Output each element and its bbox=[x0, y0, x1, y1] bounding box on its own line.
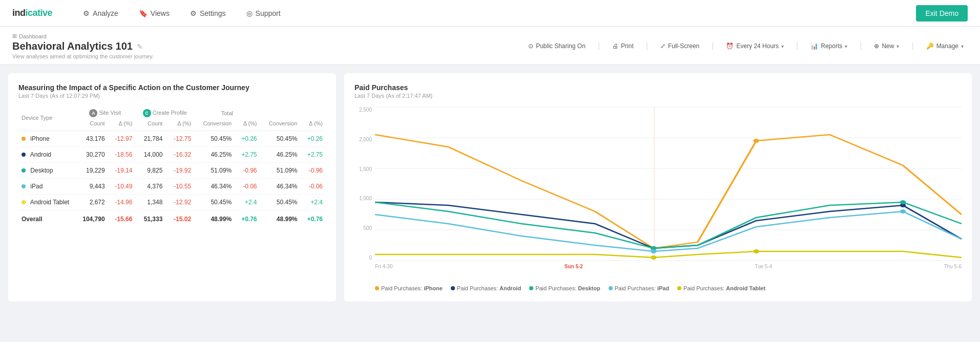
col-total-conv: Conversion bbox=[260, 118, 301, 131]
svg-point-14 bbox=[900, 209, 906, 213]
sv-delta: -10.49 bbox=[108, 179, 136, 195]
t-delta: +0.26 bbox=[235, 131, 260, 147]
y-label-2500: 2,500 bbox=[355, 107, 375, 113]
funnel-panel: Measuring the Impact of a Specific Actio… bbox=[8, 73, 336, 302]
col-total-header: Total bbox=[194, 107, 260, 118]
device-dot bbox=[22, 153, 26, 157]
overall-cp-count: 51,333 bbox=[135, 210, 165, 227]
funnel-title: Measuring the Impact of a Specific Actio… bbox=[18, 83, 326, 92]
y-label-2000: 2,000 bbox=[355, 137, 375, 142]
overall-sv-delta: -15.66 bbox=[108, 210, 136, 227]
sv-count: 19,229 bbox=[75, 163, 108, 179]
exit-demo-button[interactable]: Exit Demo bbox=[916, 5, 968, 22]
subheader: ⊞ Dashboard Behavioral Analytics 101 ✎ V… bbox=[0, 27, 980, 65]
svg-rect-6 bbox=[654, 107, 655, 261]
t-conv: 50.45% bbox=[194, 195, 235, 210]
conv: 46.34% bbox=[260, 179, 301, 195]
device-cell: Desktop bbox=[18, 163, 75, 179]
y-label-1500: 1,500 bbox=[355, 166, 375, 172]
cp-count: 4,376 bbox=[135, 179, 165, 195]
hours-button[interactable]: ⏰ Every 24 Hours ▾ bbox=[722, 40, 788, 52]
overall-conv: 48.99% bbox=[260, 210, 301, 227]
step-a-badge: A bbox=[89, 109, 97, 117]
plus-icon: ⊕ bbox=[874, 42, 879, 50]
print-button[interactable]: 🖨 Print bbox=[608, 40, 638, 52]
chevron-down-icon: ▾ bbox=[781, 44, 784, 49]
device-dot bbox=[22, 137, 26, 141]
legend-android-tablet: Paid Purchases: Android Tablet bbox=[677, 285, 765, 291]
legend-label-ipad: Paid Purchases: iPad bbox=[615, 285, 669, 291]
cp-delta: -16.32 bbox=[165, 147, 194, 163]
conv: 51.09% bbox=[260, 163, 301, 179]
sharing-button[interactable]: ⊙ Public Sharing On bbox=[524, 40, 590, 52]
chart-legend: Paid Purchases: iPhone Paid Purchases: A… bbox=[355, 285, 962, 291]
divider-1: | bbox=[598, 41, 600, 51]
nav-right: Exit Demo bbox=[916, 5, 968, 22]
chevron-down-icon-4: ▾ bbox=[961, 44, 964, 49]
dashboard-icon: ⊞ bbox=[12, 33, 17, 39]
page-title-row: Behavioral Analytics 101 ✎ bbox=[12, 40, 524, 52]
conv-delta: +2.4 bbox=[300, 195, 326, 210]
table-row: Android Tablet 2,672 -14.96 1,348 -12.92… bbox=[18, 195, 326, 210]
col-sv-delta: Δ (%) bbox=[108, 118, 136, 131]
col-conv: Conversion bbox=[194, 118, 235, 131]
support-icon: ◎ bbox=[246, 9, 253, 17]
device-cell: Android bbox=[18, 147, 75, 163]
y-axis: 2,500 2,000 1,500 1,000 500 0 bbox=[355, 107, 375, 261]
overall-label: Overall bbox=[18, 210, 75, 227]
edit-icon[interactable]: ✎ bbox=[137, 42, 143, 51]
t-delta: -0.96 bbox=[235, 163, 260, 179]
col-cp-count: Count bbox=[135, 118, 165, 131]
t-conv: 51.09% bbox=[194, 163, 235, 179]
fullscreen-button[interactable]: ⤢ Full-Screen bbox=[656, 40, 703, 52]
sv-count: 9,443 bbox=[75, 179, 108, 195]
col-conversion-total-header bbox=[260, 107, 326, 118]
cp-delta: -12.75 bbox=[165, 131, 194, 147]
overall-row: Overall 104,790 -15.66 51,333 -15.02 48.… bbox=[18, 210, 326, 227]
sv-delta: -14.96 bbox=[108, 195, 136, 210]
step-c-badge: C bbox=[143, 109, 151, 117]
legend-dot-desktop bbox=[529, 286, 533, 290]
sv-delta: -12.97 bbox=[108, 131, 136, 147]
nav-support[interactable]: ◎ Support bbox=[246, 9, 281, 17]
content-area: Measuring the Impact of a Specific Actio… bbox=[0, 65, 980, 310]
x-label-fri: Fri 4-30 bbox=[375, 264, 392, 269]
breadcrumb: ⊞ Dashboard bbox=[12, 33, 524, 39]
conv-delta: +0.26 bbox=[300, 131, 326, 147]
cp-delta: -12.92 bbox=[165, 195, 194, 210]
device-name: iPad bbox=[30, 183, 43, 190]
table-row: iPad 9,443 -10.49 4,376 -10.55 46.34% -0… bbox=[18, 179, 326, 195]
reports-button[interactable]: 📊 Reports ▾ bbox=[806, 40, 851, 52]
device-name: Android bbox=[30, 151, 51, 158]
legend-label-desktop: Paid Purchases: Desktop bbox=[535, 285, 600, 291]
x-label-tue: Tue 5-4 bbox=[755, 264, 772, 269]
chevron-down-icon-3: ▾ bbox=[896, 44, 899, 49]
cp-count: 1,348 bbox=[135, 195, 165, 210]
x-axis: Fri 4-30 Sun 5-2 Tue 5-4 Thu 5-6 bbox=[375, 261, 962, 281]
overall-sv-count: 104,790 bbox=[75, 210, 108, 227]
sv-count: 2,672 bbox=[75, 195, 108, 210]
legend-iphone: Paid Purchases: iPhone bbox=[375, 285, 443, 291]
legend-dot-android bbox=[451, 286, 455, 290]
divider-6: | bbox=[911, 41, 913, 51]
svg-point-16 bbox=[754, 249, 759, 253]
legend-ipad: Paid Purchases: iPad bbox=[609, 285, 669, 291]
device-dot bbox=[22, 184, 26, 188]
table-row: Desktop 19,229 -19.14 9,825 -19.92 51.09… bbox=[18, 163, 326, 179]
sv-count: 30,270 bbox=[75, 147, 108, 163]
manage-button[interactable]: 🔑 Manage ▾ bbox=[922, 40, 968, 52]
new-button[interactable]: ⊕ New ▾ bbox=[870, 40, 903, 52]
page-subtitle: View analyses aimed at optimizing the cu… bbox=[12, 53, 524, 59]
legend-dot-ipad bbox=[609, 286, 613, 290]
nav-views[interactable]: 🔖 Views bbox=[139, 9, 170, 17]
svg-point-12 bbox=[900, 200, 906, 204]
legend-dot-iphone bbox=[375, 286, 379, 290]
col-site-visit-header: A Site Visit bbox=[75, 107, 135, 118]
nav-analyze[interactable]: ⚙ Analyze bbox=[83, 9, 118, 17]
nav-settings[interactable]: ⚙ Settings bbox=[190, 9, 226, 17]
y-label-500: 500 bbox=[355, 225, 375, 231]
share-icon: ⊙ bbox=[528, 42, 533, 50]
funnel-table: Device Type A Site Visit C Create Profil… bbox=[18, 107, 326, 227]
sv-delta: -19.14 bbox=[108, 163, 136, 179]
subheader-left: ⊞ Dashboard Behavioral Analytics 101 ✎ V… bbox=[12, 33, 524, 59]
